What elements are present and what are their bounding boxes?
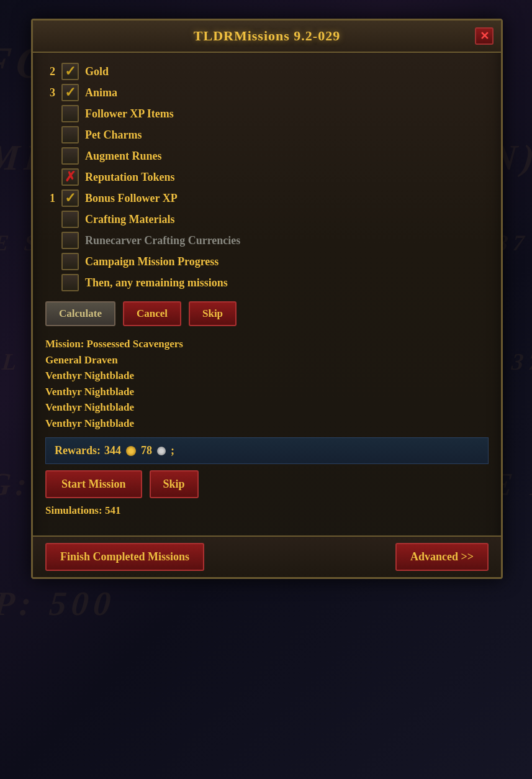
calculate-button[interactable]: Calculate: [45, 301, 115, 326]
checkmark-bonus-xp-icon: ✓: [65, 191, 76, 205]
checkmark-anima-icon: ✓: [65, 86, 76, 99]
label-bonus-follower-xp: Bonus Follower XP: [85, 192, 178, 205]
checkbox-gold[interactable]: ✓: [61, 63, 79, 80]
checkbox-item-campaign: Campaign Mission Progress: [45, 253, 489, 270]
checkbox-item-crafting: Crafting Materials: [45, 211, 489, 228]
follower-1: General Draven: [45, 352, 489, 368]
rewards-bar: Rewards: 344 78 ;: [45, 437, 489, 464]
checkbox-item-bonus-xp: 1 ✓ Bonus Follower XP: [45, 189, 489, 207]
checkbox-item-anima: 3 ✓ Anima: [45, 84, 489, 101]
mission-name: Mission: Possessed Scavengers: [45, 336, 489, 352]
gold-count: 2: [45, 65, 55, 78]
advanced-button[interactable]: Advanced >>: [395, 543, 489, 571]
skip-button[interactable]: Skip: [189, 301, 237, 326]
checkmark-gold-icon: ✓: [65, 65, 76, 78]
label-follower-xp: Follower XP Items: [85, 107, 174, 121]
start-skip-row: Start Mission Skip: [45, 470, 489, 498]
checkmark-red-icon: ✗: [65, 170, 76, 184]
title-bar: TLDRMissions 9.2-029 ✕: [33, 20, 501, 53]
checkbox-follower-xp[interactable]: [61, 105, 79, 122]
rewards-label: Rewards:: [55, 444, 101, 457]
checkbox-augment-runes[interactable]: [61, 147, 79, 165]
checkbox-anima[interactable]: ✓: [61, 84, 79, 101]
checkbox-runecarver[interactable]: [61, 232, 79, 249]
checkbox-item-pet-charms: Pet Charms: [45, 126, 489, 144]
checkbox-item-remaining: Then, any remaining missions: [45, 274, 489, 291]
finish-completed-button[interactable]: Finish Completed Missions: [45, 543, 204, 571]
checkbox-item-follower-xp: Follower XP Items: [45, 105, 489, 122]
checkbox-bonus-xp[interactable]: ✓: [61, 189, 79, 207]
mission-info: Mission: Possessed Scavengers General Dr…: [45, 336, 489, 431]
checkbox-item-rep-tokens: ✗ Reputation Tokens: [45, 168, 489, 186]
close-icon: ✕: [480, 29, 489, 43]
label-runecarver: Runecarver Crafting Currencies: [85, 234, 240, 247]
main-window: TLDRMissions 9.2-029 ✕ 2 ✓ Gold 3 ✓ An: [31, 19, 503, 579]
checkbox-list: 2 ✓ Gold 3 ✓ Anima Follower XP Items: [45, 63, 489, 291]
follower-5: Venthyr Nightblade: [45, 416, 489, 432]
follower-4: Venthyr Nightblade: [45, 399, 489, 416]
checkbox-pet-charms[interactable]: [61, 126, 79, 144]
checkbox-campaign[interactable]: [61, 253, 79, 270]
simulations-text: Simulations: 541: [45, 504, 489, 517]
checkbox-remaining[interactable]: [61, 274, 79, 291]
label-anima: Anima: [85, 86, 117, 99]
action-buttons: Calculate Cancel Skip: [45, 301, 489, 326]
start-mission-button[interactable]: Start Mission: [45, 470, 142, 498]
label-gold: Gold: [85, 65, 109, 78]
checkbox-item-augment-runes: Augment Runes: [45, 147, 489, 165]
reward-gold-amount: 344: [104, 444, 121, 457]
bonus-xp-count: 1: [45, 192, 55, 205]
label-campaign: Campaign Mission Progress: [85, 255, 219, 268]
skip-small-button[interactable]: Skip: [150, 470, 199, 498]
label-pet-charms: Pet Charms: [85, 129, 142, 142]
bottom-bar: Finish Completed Missions Advanced >>: [33, 535, 501, 577]
checkbox-item-gold: 2 ✓ Gold: [45, 63, 489, 80]
close-button[interactable]: ✕: [475, 27, 494, 45]
follower-2: Venthyr Nightblade: [45, 368, 489, 384]
label-rep-tokens: Reputation Tokens: [85, 171, 175, 184]
cancel-button[interactable]: Cancel: [123, 301, 181, 326]
checkbox-crafting[interactable]: [61, 211, 79, 228]
window-title: TLDRMissions 9.2-029: [194, 28, 340, 44]
window-content: 2 ✓ Gold 3 ✓ Anima Follower XP Items: [33, 53, 501, 531]
reward-silver-amount: 78: [141, 444, 152, 457]
silver-coin-icon: [157, 447, 166, 455]
label-remaining: Then, any remaining missions: [85, 276, 228, 289]
gold-coin-icon: [126, 446, 136, 456]
follower-3: Venthyr Nightblade: [45, 384, 489, 400]
label-augment-runes: Augment Runes: [85, 150, 162, 163]
label-crafting-materials: Crafting Materials: [85, 213, 174, 226]
checkbox-item-runecarver: Runecarver Crafting Currencies: [45, 232, 489, 249]
anima-count: 3: [45, 86, 55, 99]
reward-separator: ;: [171, 444, 174, 457]
checkbox-rep-tokens[interactable]: ✗: [61, 168, 79, 186]
